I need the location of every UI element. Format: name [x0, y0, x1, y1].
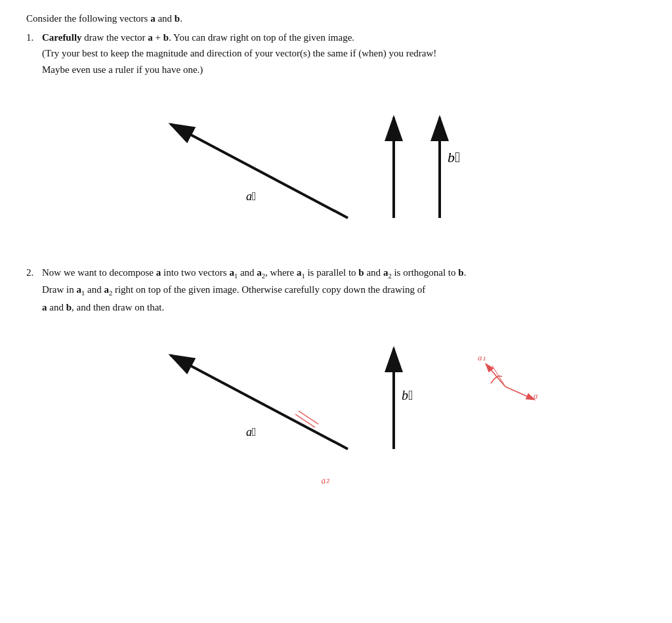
- red-a2-label: a₂: [534, 391, 538, 400]
- vector-a-arrow: [171, 124, 348, 218]
- problem-1-text: Carefully draw the vector a + b. You can…: [42, 32, 354, 43]
- problem-1-hint2: Maybe even use a ruler if you have one.): [42, 62, 646, 77]
- diagram-1-svg: a⃗ b⃗: [79, 90, 538, 241]
- problem-1-number: 1.: [26, 32, 38, 43]
- vector-a2-label: a⃗: [246, 425, 257, 439]
- problem-1-hint1: (Try your best to keep the magnitude and…: [42, 46, 646, 61]
- problem-2-hint2: a and b, and then draw on that.: [42, 300, 646, 315]
- diagram-1: a⃗ b⃗: [79, 90, 538, 241]
- vector-b2-label: b⃗: [402, 388, 413, 402]
- vector-a-label: a⃗: [246, 190, 257, 203]
- vector-a2-arrow: [171, 355, 348, 449]
- red-a2-arrow: [505, 387, 535, 400]
- problem-2-number: 2.: [26, 267, 38, 278]
- problem-1: 1. Carefully draw the vector a + b. You …: [26, 32, 646, 77]
- red-a1-label: a₁: [478, 353, 486, 362]
- red-a2-bottom-label: a₂: [320, 475, 330, 485]
- vector-b-label: b⃗: [448, 149, 460, 165]
- problem-2-hint1: Draw in a1 and a2 right on top of the gi…: [42, 282, 646, 299]
- diagram-2-svg: a⃗ b⃗ a₁ a₂ a₂: [79, 321, 538, 485]
- diagram-2: a⃗ b⃗ a₁ a₂ a₂: [79, 321, 538, 472]
- red-sketch-arc: [491, 376, 502, 383]
- intro-line: Consider the following vectors a and b.: [26, 13, 646, 24]
- red-mark-2: [299, 411, 318, 424]
- red-a1-arrow: [486, 364, 505, 387]
- problem-2: 2. Now we want to decompose a into two v…: [26, 267, 646, 314]
- problem-2-text: Now we want to decompose a into two vect…: [42, 267, 466, 280]
